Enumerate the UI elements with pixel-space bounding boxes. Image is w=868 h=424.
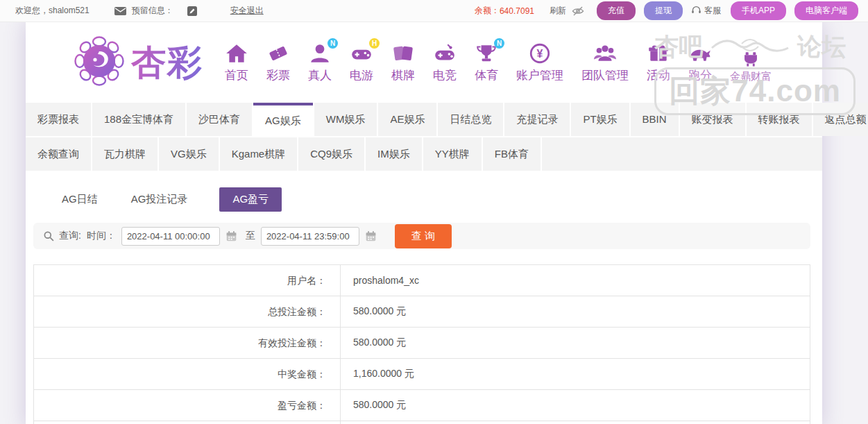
brand-name: 杏彩 <box>131 40 203 86</box>
row-value: 580.0000 元 <box>341 305 406 318</box>
balance-label: 余额： <box>475 5 500 17</box>
subtab-ag-touzhu-jilu[interactable]: AG投注记录 <box>130 187 189 212</box>
row-label: 有效投注金额： <box>34 328 341 358</box>
calendar-icon[interactable] <box>362 230 380 242</box>
balance-value: 640.7091 <box>500 6 534 16</box>
subtab-ag-yingkui[interactable]: AG盈亏 <box>219 187 282 212</box>
subtab-ag-rijie[interactable]: AG日结 <box>60 187 99 212</box>
tab-zhangbian-baobiao[interactable]: 账变报表 <box>680 103 745 136</box>
table-row-win-amount: 中奖金额： 1,160.0000 元 <box>34 359 810 390</box>
tab-188-sports[interactable]: 188金宝博体育 <box>92 103 185 136</box>
nav-item-live[interactable]: N 真人 <box>308 42 332 83</box>
tab-yy-qipai[interactable]: YY棋牌 <box>423 137 482 171</box>
message-icon[interactable] <box>114 7 126 15</box>
nav-item-promotions[interactable]: 活动 <box>647 42 670 83</box>
table-row-profit-loss: 盈亏金额： 580.0000 元 <box>34 390 810 421</box>
nav-item-boardgames[interactable]: 棋牌 <box>391 42 415 83</box>
tab-wali-qipai[interactable]: 瓦力棋牌 <box>92 137 158 171</box>
table-row-total-bet: 总投注金额： 580.0000 元 <box>34 296 810 328</box>
topbar: 欢迎您，shalom521 预留信息： 安全退出 余额：640.7091 刷新 … <box>0 0 868 22</box>
nav-label: 电游 <box>350 67 373 83</box>
nav-label: 活动 <box>647 67 670 83</box>
tab-bbin[interactable]: BBIN <box>631 103 679 136</box>
tab-vg-yule[interactable]: VG娱乐 <box>159 137 219 171</box>
recharge-button[interactable]: 充值 <box>597 1 636 20</box>
date-from-input[interactable] <box>121 227 220 246</box>
nav-label: 彩票 <box>266 67 290 83</box>
withdraw-button[interactable]: 提现 <box>644 1 683 20</box>
report-tabs: 彩票报表 188金宝博体育 沙巴体育 AG娱乐 WM娱乐 AE娱乐 日结总览 充… <box>26 103 822 171</box>
tab-fandian-zonge[interactable]: 返点总额 <box>813 103 868 136</box>
row-label: 中奖金额： <box>34 359 341 389</box>
tab-im-yule[interactable]: IM娱乐 <box>366 137 422 171</box>
nav-label: 跑分 <box>688 67 712 83</box>
tab-pt-yule[interactable]: PT娱乐 <box>571 103 629 136</box>
tab-rijie-zonglan[interactable]: 日结总览 <box>438 103 503 136</box>
row-value: 1,160.0000 元 <box>341 368 414 380</box>
nav-label: 真人 <box>308 67 332 83</box>
tab-ag-yule[interactable]: AG娱乐 <box>253 103 313 136</box>
pc-client-button[interactable]: 电脑客户端 <box>794 1 858 20</box>
nav-label: 棋牌 <box>391 67 415 83</box>
badge-n: N <box>494 38 504 49</box>
logout-link[interactable]: 安全退出 <box>230 5 264 17</box>
site-logo[interactable]: 杏彩 <box>74 36 203 89</box>
nav-label: 体育 <box>475 67 498 83</box>
mobile-app-button[interactable]: 手机APP <box>731 1 786 20</box>
logo-emblem-icon <box>74 36 124 89</box>
gift-icon <box>647 42 670 65</box>
between-label: 至 <box>246 230 255 242</box>
nav-item-esports[interactable]: 电竞 <box>433 42 457 83</box>
eye-off-icon[interactable] <box>572 5 584 17</box>
nav-item-jinding[interactable]: 金鼎财富 <box>730 50 772 83</box>
tab-fb-sports[interactable]: FB体育 <box>483 137 541 171</box>
tab-filler <box>542 137 822 171</box>
row-value: 580.0000 元 <box>341 399 406 412</box>
gamepad-icon: H <box>350 42 373 65</box>
ag-subtabs: AG日结 AG投注记录 AG盈亏 <box>26 172 822 214</box>
main-container: 杏彩 首页 彩票 N 真人 <box>26 22 822 424</box>
reserved-info-label: 预留信息： <box>132 5 173 17</box>
site-header: 杏彩 首页 彩票 N 真人 <box>26 22 822 103</box>
refresh-link[interactable]: 刷新 <box>550 5 566 17</box>
rhino-icon <box>688 42 712 65</box>
tab-caipiao-baobiao[interactable]: 彩票报表 <box>26 103 91 136</box>
nav-label: 金鼎财富 <box>730 70 772 83</box>
nav-item-paofen[interactable]: 跑分 <box>688 42 712 83</box>
row-label: 总投注金额： <box>34 296 341 327</box>
team-icon <box>593 42 617 65</box>
balance-display: 余额：640.7091 <box>475 5 534 17</box>
badge-n: N <box>327 38 338 49</box>
tab-row-1: 彩票报表 188金宝博体育 沙巴体育 AG娱乐 WM娱乐 AE娱乐 日结总览 充… <box>26 103 822 136</box>
tab-chongti-jilu[interactable]: 充提记录 <box>504 103 570 136</box>
tab-zhuanzhang-baobiao[interactable]: 转账报表 <box>747 103 812 136</box>
nav-item-lottery[interactable]: 彩票 <box>266 42 290 83</box>
report-table: 用户名： proshalom4_xc 总投注金额： 580.0000 元 有效投… <box>33 264 810 424</box>
customer-service-link[interactable]: 客服 <box>691 5 721 17</box>
date-to-input[interactable] <box>261 227 359 246</box>
badge-h: H <box>369 38 380 49</box>
nav-label: 首页 <box>225 67 248 83</box>
query-button[interactable]: 查 询 <box>395 224 452 248</box>
nav-item-sports[interactable]: N 体育 <box>475 42 498 83</box>
esports-icon <box>433 42 457 65</box>
tab-ae-yule[interactable]: AE娱乐 <box>378 103 436 136</box>
nav-item-home[interactable]: 首页 <box>225 42 248 83</box>
headset-icon <box>691 5 701 17</box>
query-bar: 查询: 时间： 至 查 询 <box>33 223 810 249</box>
tab-kgame-qipai[interactable]: Kgame棋牌 <box>220 137 298 171</box>
ticket-icon <box>266 42 290 65</box>
nav-item-egames[interactable]: H 电游 <box>350 42 373 83</box>
tab-shaba-sports[interactable]: 沙巴体育 <box>187 103 252 136</box>
tab-cq9-yule[interactable]: CQ9娱乐 <box>298 137 364 171</box>
nav-item-account[interactable]: ¥ 账户管理 <box>516 42 563 83</box>
coin-icon: ¥ <box>528 42 552 65</box>
nav-item-team[interactable]: 团队管理 <box>581 42 629 83</box>
tab-yue-chaxun[interactable]: 余额查询 <box>26 137 91 171</box>
nav-label: 团队管理 <box>581 67 629 83</box>
home-icon <box>225 42 248 65</box>
welcome-text: 欢迎您，shalom521 <box>15 5 90 17</box>
calendar-icon[interactable] <box>223 230 240 242</box>
tab-wm-yule[interactable]: WM娱乐 <box>314 103 377 136</box>
edit-icon[interactable] <box>187 6 197 16</box>
